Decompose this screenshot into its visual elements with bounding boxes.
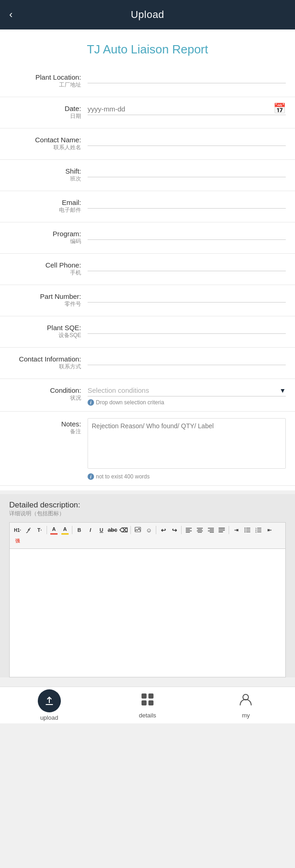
contact-name-row: Contact Name: 联系人姓名 (0, 128, 295, 160)
svg-rect-31 (142, 700, 147, 705)
plant-location-input[interactable] (88, 71, 286, 83)
part-number-row: Part Number: 零件号 (0, 285, 295, 316)
date-label: Date: 日期 (9, 103, 88, 120)
detail-section: Detailed description: 详细说明（包括图标） H1· 𝑓· … (0, 494, 295, 677)
contact-name-input[interactable] (88, 134, 286, 146)
svg-point-17 (244, 528, 245, 529)
bottom-nav: upload details my (0, 687, 295, 723)
redo-button[interactable]: ↪ (169, 525, 179, 535)
person-icon (238, 692, 253, 710)
contact-info-row: Contact Information: 联系方式 (0, 348, 295, 379)
svg-rect-29 (142, 693, 147, 699)
nav-upload-label: upload (40, 714, 58, 721)
h1-button[interactable]: H1· (12, 525, 23, 535)
svg-text:3.: 3. (255, 531, 257, 533)
form-container: Plant Location: 工厂地址 Date: 日期 📅 Contact … (0, 66, 295, 490)
email-row: Email: 电子邮件 (0, 191, 295, 222)
program-label: Program: 编码 (9, 228, 88, 245)
detail-title-cn: 详细说明（包括图标） (9, 510, 286, 518)
underline-button[interactable]: U (96, 525, 106, 535)
svg-rect-16 (218, 531, 223, 532)
condition-hint-text: Drop down selection criteria (96, 399, 164, 406)
email-label: Email: 电子邮件 (9, 197, 88, 214)
eraser-button[interactable]: ⌫ (118, 525, 129, 535)
ordered-list-button[interactable]: 1.2.3. (253, 525, 263, 535)
cell-phone-input[interactable] (88, 259, 286, 271)
detail-title-en: Detailed description: (9, 501, 286, 510)
bold-button[interactable]: B (74, 525, 84, 535)
svg-rect-15 (218, 530, 225, 530)
nav-my[interactable]: my (197, 692, 295, 719)
svg-point-21 (244, 531, 245, 532)
svg-point-19 (244, 530, 245, 530)
align-center-button[interactable] (195, 525, 205, 535)
calendar-icon[interactable]: 📅 (273, 103, 286, 115)
cell-phone-row: Cell Phone: 手机 (0, 254, 295, 285)
notes-hint-text: not to exist 400 words (96, 473, 150, 480)
image-button[interactable] (133, 525, 143, 535)
plant-location-row: Plant Location: 工厂地址 (0, 66, 295, 97)
contact-info-input[interactable] (88, 353, 286, 365)
header: ‹ Upload (0, 0, 295, 29)
undo-button[interactable]: ↩ (158, 525, 168, 535)
extra-button[interactable]: 强 (12, 536, 23, 546)
editor-area[interactable] (9, 548, 286, 677)
svg-rect-30 (148, 693, 153, 699)
condition-label: Condition: 状况 (9, 384, 88, 402)
contact-name-label: Contact Name: 联系人姓名 (9, 134, 88, 151)
nav-details-label: details (139, 712, 156, 719)
svg-rect-14 (218, 528, 225, 529)
font-color-button[interactable]: A (49, 525, 59, 535)
part-number-input[interactable] (88, 291, 286, 303)
strikethrough-button[interactable]: abc (107, 525, 118, 535)
italic-button[interactable]: I (85, 525, 95, 535)
header-title: Upload (131, 9, 165, 21)
contact-info-label: Contact Information: 联系方式 (9, 353, 88, 371)
nav-my-label: my (242, 712, 250, 719)
part-number-label: Part Number: 零件号 (9, 291, 88, 308)
shift-input[interactable] (88, 165, 286, 177)
page-title: TJ Auto Liaison Report (0, 29, 295, 66)
plant-location-label: Plant Location: 工厂地址 (9, 71, 88, 89)
condition-placeholder: Selection conditions (88, 386, 279, 394)
svg-point-1 (139, 528, 140, 529)
highlight-button[interactable]: A (60, 525, 70, 535)
outdent-button[interactable]: ⇤ (264, 525, 274, 535)
editor-toolbar: H1· 𝑓· T· A A B I U abc ⌫ ☺ ↩ ↪ (9, 522, 286, 548)
email-input[interactable] (88, 197, 286, 209)
shift-row: Shift: 班次 (0, 160, 295, 191)
program-row: Program: 编码 (0, 222, 295, 254)
nav-details[interactable]: details (98, 692, 196, 719)
info-icon: i (88, 399, 94, 406)
condition-row: Condition: 状况 Selection conditions ▼ i D… (0, 379, 295, 412)
plant-sqe-input[interactable] (88, 322, 286, 334)
nav-upload[interactable]: upload (0, 689, 98, 721)
font-size-button[interactable]: T· (35, 525, 45, 535)
align-left-button[interactable] (183, 525, 194, 535)
notes-textarea[interactable] (88, 418, 286, 469)
emoji-button[interactable]: ☺ (144, 525, 154, 535)
shift-label: Shift: 班次 (9, 165, 88, 183)
date-row: Date: 日期 📅 (0, 97, 295, 128)
back-button[interactable]: ‹ (9, 9, 12, 21)
indent-button[interactable]: ⇥ (231, 525, 241, 535)
notes-row: Notes: 备注 i not to exist 400 words (0, 412, 295, 486)
align-right-button[interactable] (206, 525, 216, 535)
chevron-down-icon: ▼ (279, 387, 286, 394)
date-input[interactable] (88, 103, 273, 115)
justify-button[interactable] (217, 525, 227, 535)
upload-icon (38, 689, 61, 712)
plant-sqe-row: Plant SQE: 设备SQE (0, 316, 295, 348)
plant-sqe-label: Plant SQE: 设备SQE (9, 322, 88, 339)
svg-rect-32 (148, 700, 153, 705)
unordered-list-button[interactable] (242, 525, 252, 535)
details-icon (140, 692, 155, 710)
cell-phone-label: Cell Phone: 手机 (9, 259, 88, 277)
condition-dropdown[interactable]: Selection conditions ▼ (88, 384, 286, 396)
program-input[interactable] (88, 228, 286, 240)
notes-info-icon: i (88, 473, 94, 480)
font-family-button[interactable]: 𝑓· (24, 525, 34, 535)
notes-label: Notes: 备注 (9, 418, 88, 436)
